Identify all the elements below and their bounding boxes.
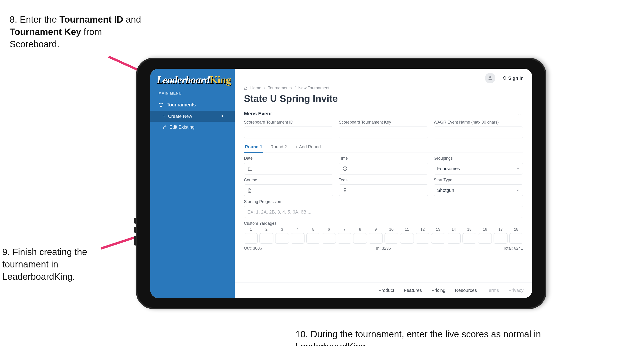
hole-yardage-input[interactable] (275, 233, 289, 244)
footer-pricing[interactable]: Pricing (432, 288, 445, 293)
cursor-pointer-icon (220, 114, 224, 119)
hole-yardage-input[interactable] (291, 233, 304, 244)
chevron-down-icon (516, 167, 520, 170)
hole-number: 7 (344, 227, 346, 232)
calendar-icon (247, 166, 253, 171)
hole-number: 6 (328, 227, 330, 232)
tees-input[interactable] (339, 184, 428, 196)
footer-features[interactable]: Features (404, 288, 422, 293)
footer-privacy[interactable]: Privacy (508, 288, 524, 293)
yardage-hole: 10 (384, 227, 398, 244)
clock-icon (342, 166, 348, 171)
main-content: Sign In Home / Tournaments / New Tournam… (235, 69, 532, 298)
user-icon (488, 75, 493, 81)
date-input[interactable] (244, 163, 333, 174)
hole-yardage-input[interactable] (462, 233, 476, 244)
input-placeholder: EX: 1, 2A, 2B, 3, 4, 5, 6A, 6B ... (247, 209, 311, 215)
section-more-icon[interactable]: ··· (518, 111, 523, 116)
section-header: Mens Event ··· (244, 108, 523, 118)
hole-yardage-input[interactable] (509, 233, 523, 244)
tee-icon (342, 188, 348, 193)
field-wagr-name: WAGR Event Name (max 30 chars) (434, 120, 523, 138)
breadcrumb-tournaments[interactable]: Tournaments (268, 86, 292, 90)
hole-number: 14 (452, 227, 456, 232)
hole-number: 13 (436, 227, 440, 232)
field-label: Scoreboard Tournament Key (339, 120, 428, 125)
breadcrumb-new-tournament[interactable]: New Tournament (298, 86, 330, 90)
hole-yardage-input[interactable] (322, 233, 336, 244)
sign-in-label: Sign In (508, 76, 524, 81)
hole-yardage-input[interactable] (431, 233, 445, 244)
hole-yardage-input[interactable] (306, 233, 320, 244)
yardage-hole: 7 (338, 227, 352, 244)
tablet-volume-up (134, 218, 136, 224)
hole-yardage-input[interactable] (353, 233, 367, 244)
footer-links: Product Features Pricing Resources Terms… (235, 283, 532, 298)
hole-yardage-input[interactable] (478, 233, 492, 244)
hole-yardage-input[interactable] (384, 233, 398, 244)
wagr-name-input[interactable] (434, 126, 523, 138)
hole-yardage-input[interactable] (400, 233, 414, 244)
app-logo: LeaderboardKing (150, 69, 235, 89)
hole-number: 4 (296, 227, 298, 232)
hole-number: 9 (375, 227, 377, 232)
hole-number: 3 (281, 227, 283, 232)
field-course: Course (244, 178, 333, 196)
hole-yardage-input[interactable] (244, 233, 258, 244)
plus-icon: + (295, 144, 298, 149)
scoreboard-id-input[interactable] (244, 126, 333, 138)
hole-yardage-input[interactable] (260, 233, 273, 244)
hole-number: 8 (359, 227, 361, 232)
hole-yardage-input[interactable] (416, 233, 429, 244)
time-input[interactable] (339, 163, 428, 174)
sidebar-menu-label: MAIN MENU (150, 89, 235, 99)
hole-number: 1 (250, 227, 252, 232)
field-label: Time (339, 156, 428, 161)
yardage-hole: 15 (462, 227, 476, 244)
breadcrumb-home[interactable]: Home (250, 86, 261, 90)
yardage-hole: 14 (447, 227, 461, 244)
sidebar-sub-create-new[interactable]: + Create New (150, 111, 235, 122)
svg-point-2 (489, 76, 491, 78)
scoreboard-key-input[interactable] (339, 126, 428, 138)
field-starting-progression: Starting Progression EX: 1, 2A, 2B, 3, 4… (244, 199, 523, 218)
course-input[interactable] (244, 184, 333, 196)
hole-yardage-input[interactable] (369, 233, 382, 244)
yardage-hole: 2 (260, 227, 273, 244)
starting-progression-input[interactable]: EX: 1, 2A, 2B, 3, 4, 5, 6A, 6B ... (244, 206, 523, 218)
hole-yardage-input[interactable] (494, 233, 507, 244)
hole-number: 12 (420, 227, 425, 232)
field-groupings: Groupings Foursomes (434, 156, 523, 174)
hole-number: 16 (483, 227, 487, 232)
tablet-screen: LeaderboardKing MAIN MENU Tournaments + … (150, 69, 532, 298)
svg-rect-3 (248, 167, 252, 171)
field-date: Date (244, 156, 333, 174)
select-value: Foursomes (437, 166, 513, 171)
instruction-step-9: 9. Finish creating the tournament in Lea… (2, 246, 112, 283)
footer-product[interactable]: Product (378, 288, 394, 293)
sidebar-sub-edit-existing[interactable]: Edit Existing (150, 122, 235, 132)
tab-round-1[interactable]: Round 1 (244, 142, 263, 153)
field-label: Tees (339, 178, 428, 182)
avatar[interactable] (485, 73, 496, 83)
tab-add-round[interactable]: +Add Round (294, 142, 322, 153)
sign-in-button[interactable]: Sign In (501, 76, 524, 81)
field-time: Time (339, 156, 428, 174)
start-type-select[interactable]: Shotgun (434, 184, 523, 196)
edit-icon (162, 125, 167, 129)
hole-number: 10 (389, 227, 394, 232)
groupings-select[interactable]: Foursomes (434, 163, 523, 174)
select-value: Shotgun (437, 188, 513, 193)
sidebar-item-tournaments[interactable]: Tournaments (150, 99, 235, 111)
footer-terms[interactable]: Terms (486, 288, 499, 293)
field-label: Starting Progression (244, 199, 523, 204)
hole-yardage-input[interactable] (338, 233, 352, 244)
yardage-hole: 6 (322, 227, 336, 244)
custom-yardages-label: Custom Yardages (244, 221, 523, 226)
yardage-hole: 18 (509, 227, 523, 244)
instruction-step-10: 10. During the tournament, enter the liv… (295, 328, 570, 346)
tab-round-2[interactable]: Round 2 (270, 142, 288, 153)
footer-resources[interactable]: Resources (455, 288, 477, 293)
field-scoreboard-id: Scoreboard Tournament ID (244, 120, 333, 138)
hole-yardage-input[interactable] (447, 233, 461, 244)
